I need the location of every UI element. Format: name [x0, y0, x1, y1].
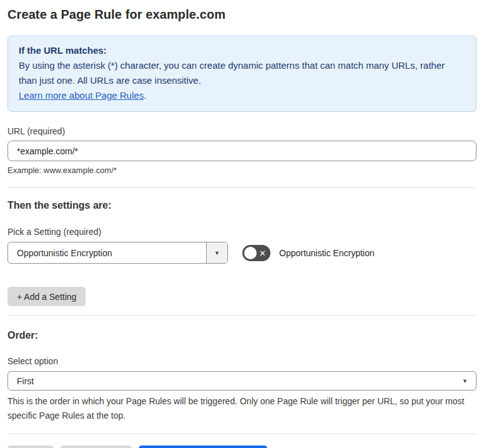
- url-example-text: Example: www.example.com/*: [7, 166, 477, 175]
- toggle-setting-label: Opportunistic Encryption: [279, 248, 375, 258]
- chevron-down-icon: ▼: [462, 378, 468, 384]
- create-page-rule-panel: Create a Page Rule for example.com If th…: [0, 0, 484, 448]
- cancel-button[interactable]: Cancel: [7, 446, 54, 448]
- info-box-body: By using the asterisk (*) character, you…: [19, 58, 465, 88]
- order-select-label: Select option: [7, 356, 477, 366]
- learn-more-link[interactable]: Learn more about Page Rules: [19, 90, 144, 101]
- divider-settings-order: [7, 315, 477, 316]
- setting-select[interactable]: Opportunistic Encryption ▼: [7, 242, 228, 264]
- order-select[interactable]: First ▼: [7, 371, 477, 391]
- add-setting-button[interactable]: + Add a Setting: [7, 287, 86, 306]
- setting-row: Opportunistic Encryption ▼ ✕ Opportunist…: [7, 242, 477, 264]
- info-box-heading: If the URL matches:: [19, 43, 465, 58]
- toggle-knob: [244, 247, 257, 259]
- opportunistic-encryption-toggle[interactable]: ✕: [242, 245, 270, 261]
- order-section-heading: Order:: [7, 330, 477, 341]
- pick-setting-label: Pick a Setting (required): [7, 227, 477, 237]
- save-as-draft-button[interactable]: Save as Draft: [61, 446, 132, 448]
- settings-section-heading: Then the settings are:: [7, 200, 477, 211]
- toggle-off-x-icon: ✕: [259, 249, 266, 257]
- chevron-down-icon: ▼: [214, 250, 220, 256]
- setting-select-value: Opportunistic Encryption: [8, 242, 206, 263]
- save-and-deploy-button[interactable]: Save and Deploy Page Rule: [139, 446, 267, 448]
- divider-order-footer: [7, 434, 477, 434]
- footer-actions: Cancel Save as Draft Save and Deploy Pag…: [7, 446, 477, 448]
- url-input[interactable]: [7, 141, 477, 161]
- url-matches-info-box: If the URL matches: By using the asteris…: [7, 36, 477, 112]
- url-field-label: URL (required): [7, 126, 477, 136]
- order-help-text: This is the order in which your Page Rul…: [7, 394, 477, 423]
- page-title: Create a Page Rule for example.com: [7, 7, 477, 22]
- link-period: .: [144, 90, 146, 101]
- divider-url-settings: [7, 187, 477, 188]
- info-box-link-line: Learn more about Page Rules.: [19, 88, 465, 103]
- order-select-value: First: [8, 376, 34, 386]
- setting-select-arrow-button[interactable]: ▼: [206, 242, 227, 263]
